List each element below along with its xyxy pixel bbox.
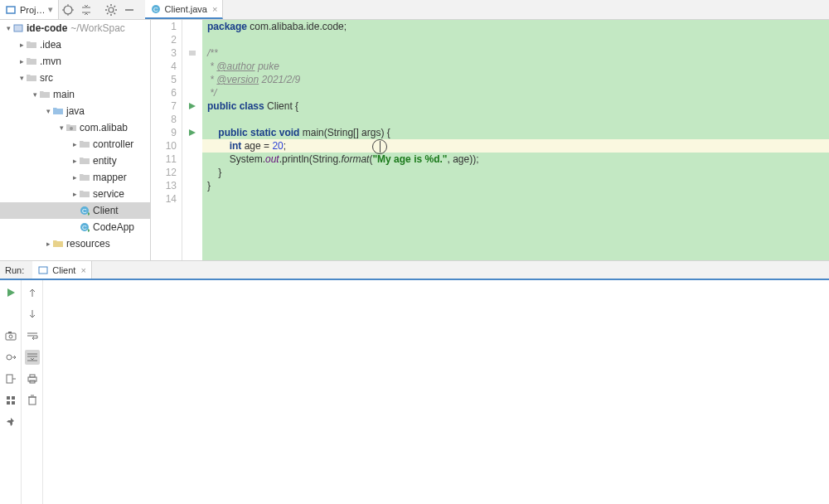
code-token: @version [216,74,259,85]
svg-rect-37 [8,332,12,333]
line-number: 14 [151,192,177,206]
print-icon[interactable] [25,371,40,386]
line-number: 1 [151,20,177,33]
run-gutter-icon[interactable] [182,126,202,139]
svg-rect-44 [7,401,10,405]
java-class-icon: C [80,206,91,216]
line-number: 10 [151,139,177,153]
pin-icon[interactable] [3,414,18,429]
code-token: 20 [272,140,283,152]
run-gutter-icon[interactable] [182,99,202,113]
code-token: ; [284,140,286,152]
fold-icon[interactable] [182,46,202,60]
tree-label: controller [93,138,133,150]
svg-point-1 [64,6,72,14]
project-toolwindow-tab[interactable]: Proj… ▾ [0,0,59,19]
scroll-to-end-icon[interactable] [25,350,40,365]
code-token: com.alibaba.ide.code; [247,21,347,32]
run-gutter-primary [0,280,22,504]
package-icon [80,140,91,148]
tree-item-package[interactable]: ▾com.alibab [0,119,150,136]
code-token: */ [207,87,216,99]
stop-icon[interactable] [3,307,18,322]
svg-point-8 [109,7,114,12]
code-token: * [207,74,216,85]
svg-rect-40 [7,375,12,383]
tree-item-mapper[interactable]: ▸mapper [0,169,150,186]
tree-item-idea[interactable]: ▸.idea [0,36,150,53]
debug-attach-icon[interactable] [3,350,18,365]
rerun-icon[interactable] [3,285,18,300]
package-icon [80,190,91,198]
tree-item-mvn[interactable]: ▸.mvn [0,53,150,70]
line-number: 5 [151,73,177,86]
java-class-icon: C [80,222,91,232]
tree-item-resources[interactable]: ▸resources [0,235,150,252]
run-tab-client[interactable]: Client × [32,261,92,279]
package-icon [80,173,91,182]
tree-label: mapper [93,172,127,183]
tree-item-java[interactable]: ▾java [0,103,150,119]
tree-item-controller[interactable]: ▸controller [0,136,150,153]
chevron-right-icon: ▸ [70,190,80,198]
code-token: main(String[] args) { [299,127,390,138]
tree-item-src[interactable]: ▾src [0,70,150,86]
line-number: 7 [151,99,177,113]
tree-item-client[interactable]: CClient [0,202,150,219]
code-editor[interactable]: 1 2 3 4 5 6 7 8 9 10 11 12 13 14 package… [151,20,829,260]
svg-marker-34 [7,288,15,297]
project-tab-label: Proj… [20,5,46,15]
tree-root[interactable]: ▾ ide-code ~/WorkSpac [0,20,150,36]
svg-marker-32 [189,129,196,136]
run-console-output[interactable] [43,280,829,504]
code-token: public [218,127,247,138]
tree-item-service[interactable]: ▸service [0,186,150,202]
down-arrow-icon[interactable] [25,307,40,322]
tree-item-entity[interactable]: ▸entity [0,153,150,169]
chevron-down-icon: ▾ [43,107,53,115]
chevron-down-icon: ▾ [48,4,53,15]
svg-point-36 [9,335,12,338]
editor-tab-label: Client.java [165,4,207,14]
line-number: 12 [151,166,177,179]
exit-icon[interactable] [3,371,18,386]
run-config-icon [37,264,49,276]
code-area[interactable]: package com.alibaba.ide.code; /** * @aut… [202,20,829,260]
expand-all-icon[interactable] [77,1,95,19]
trash-icon[interactable] [25,393,40,408]
tree-item-main[interactable]: ▾main [0,86,150,103]
run-tab-label: Client [52,265,75,275]
resources-folder-icon [53,240,65,248]
hide-icon[interactable] [120,1,138,19]
camera-icon[interactable] [3,328,18,343]
tree-label: ide-code [27,22,67,34]
run-panel-header: Run: Client × [0,260,829,280]
svg-rect-42 [7,396,10,400]
chevron-right-icon: ▸ [70,140,80,148]
top-toolbar: Proj… ▾ C Client.java × [0,0,829,20]
gutter-marks [182,20,202,260]
code-token: out [265,153,279,165]
svg-rect-0 [7,7,15,13]
close-icon[interactable]: × [212,4,217,14]
code-token: format [341,153,369,165]
gear-icon[interactable] [102,1,120,19]
code-token: 2021/2/9 [259,74,300,85]
close-icon[interactable]: × [80,265,85,275]
tree-label: .mvn [40,56,61,67]
chevron-down-icon: ▾ [30,90,40,99]
editor-tab-client[interactable]: C Client.java × [145,0,224,19]
code-token: int [230,140,242,152]
code-token: System. [230,153,265,165]
chevron-down-icon: ▾ [17,74,27,82]
svg-line-13 [107,6,109,7]
tree-label: java [66,105,85,117]
code-token: package [207,21,247,32]
folder-icon [27,57,38,65]
up-arrow-icon[interactable] [25,285,40,300]
svg-text:C: C [153,6,158,13]
target-icon[interactable] [59,1,77,19]
tree-item-codeapp[interactable]: CCodeApp [0,219,150,235]
layout-icon[interactable] [3,393,18,408]
soft-wrap-icon[interactable] [25,328,40,343]
